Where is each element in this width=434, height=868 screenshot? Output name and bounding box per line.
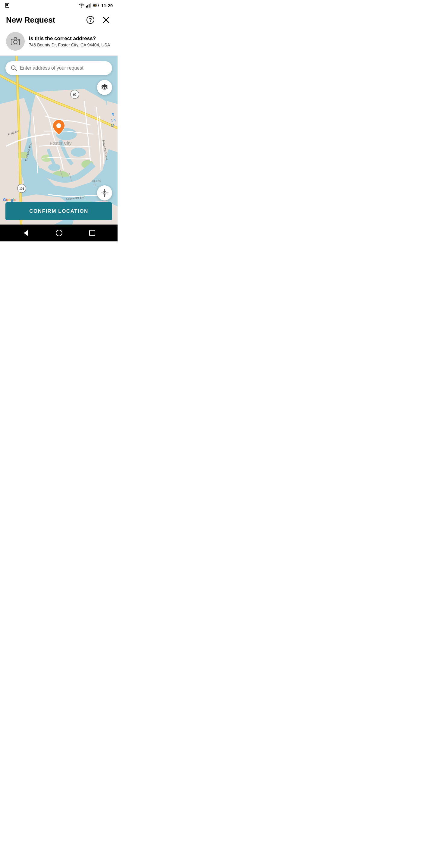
address-text-wrap: Is this the correct address? 746 Bounty … [29, 35, 110, 47]
address-question: Is this the correct address? [29, 35, 110, 42]
svg-rect-1 [6, 4, 8, 6]
battery-icon: ⚡ [93, 4, 99, 7]
svg-text:REDW: REDW [92, 180, 101, 183]
svg-point-30 [48, 164, 60, 171]
svg-point-54 [104, 192, 105, 193]
close-icon [102, 16, 110, 24]
nav-home-button[interactable] [55, 229, 63, 237]
status-bar: ⚡ 11:29 [0, 0, 118, 11]
nav-bar [0, 224, 118, 241]
svg-point-60 [56, 230, 62, 236]
google-logo-g: G [3, 197, 6, 202]
svg-text:+: + [18, 38, 19, 41]
nav-home-icon [55, 229, 63, 237]
confirm-button-wrap: CONFIRM LOCATION [5, 202, 112, 220]
google-logo-o2: o [8, 197, 11, 202]
svg-text:101: 101 [19, 187, 24, 190]
search-icon [11, 65, 17, 71]
address-banner: + Is this the correct address? 746 Bount… [0, 29, 118, 56]
google-logo: G o o g l e [3, 197, 17, 202]
svg-text:Foster City: Foster City [50, 141, 72, 146]
google-logo-e: e [14, 197, 17, 202]
nav-back-icon [22, 229, 30, 237]
svg-text:⚡: ⚡ [94, 4, 96, 7]
layers-icon [101, 84, 108, 91]
google-logo-o1: o [6, 197, 8, 202]
nav-recents-button[interactable] [88, 229, 96, 237]
svg-marker-59 [24, 230, 28, 236]
svg-text:R: R [112, 113, 114, 117]
map-container[interactable]: E 3rd Ave E Hillsdale Blvd Beach Park Bl… [0, 56, 118, 224]
status-bar-left [5, 3, 10, 8]
camera-icon-wrap: + [6, 32, 25, 51]
close-button[interactable] [101, 14, 112, 25]
svg-rect-61 [90, 230, 95, 236]
search-bar-wrap [5, 61, 112, 75]
svg-text:92: 92 [73, 93, 76, 96]
page-title: New Request [6, 16, 55, 25]
svg-line-49 [15, 69, 17, 71]
address-value: 746 Bounty Dr, Foster City, CA 94404, US… [29, 42, 110, 47]
header-actions: ? [85, 14, 112, 25]
svg-text:?: ? [89, 18, 92, 23]
svg-rect-5 [90, 3, 91, 7]
svg-rect-7 [98, 5, 99, 6]
svg-text:M: M [111, 123, 114, 128]
layer-toggle-button[interactable] [97, 80, 112, 95]
nav-back-button[interactable] [22, 229, 30, 237]
status-time: 11:29 [101, 3, 113, 8]
wifi-icon [79, 3, 84, 7]
svg-point-47 [56, 123, 61, 128]
my-location-button[interactable] [97, 185, 112, 200]
svg-rect-3 [87, 5, 88, 7]
signal-icon [86, 3, 91, 7]
svg-text:Sh: Sh [111, 118, 116, 122]
camera-icon: + [10, 37, 20, 45]
search-bar [5, 61, 112, 75]
map-location-pin [52, 119, 65, 137]
status-bar-right: ⚡ 11:29 [79, 3, 113, 8]
svg-point-15 [13, 40, 17, 44]
svg-point-29 [71, 148, 86, 157]
help-icon: ? [86, 16, 95, 24]
pin-svg [52, 119, 65, 135]
my-location-icon [101, 189, 108, 197]
help-button[interactable]: ? [85, 14, 96, 25]
svg-text:SI...: SI... [93, 184, 99, 187]
sim-icon [5, 3, 10, 8]
header: New Request ? [0, 11, 118, 29]
svg-rect-4 [89, 4, 90, 7]
svg-rect-2 [86, 6, 87, 7]
confirm-location-button[interactable]: CONFIRM LOCATION [5, 202, 112, 220]
nav-recents-icon [88, 229, 96, 237]
google-logo-g2: g [11, 197, 13, 202]
address-search-input[interactable] [20, 65, 107, 71]
